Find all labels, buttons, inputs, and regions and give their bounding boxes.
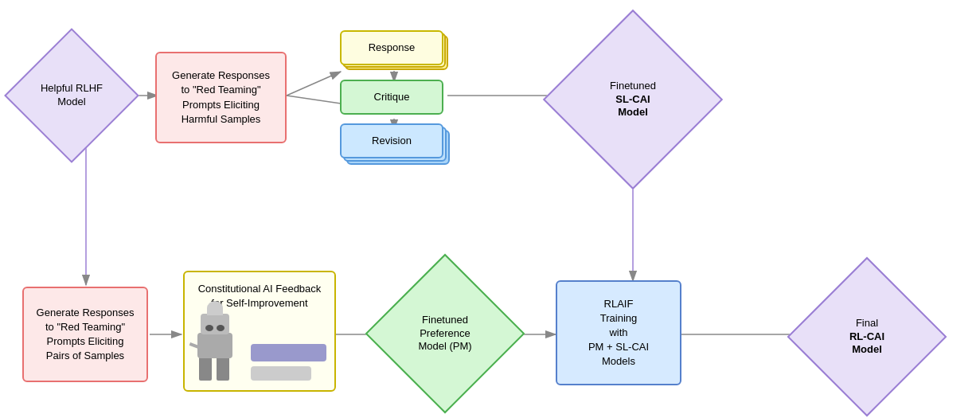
rlaif-training-label: RLAIFTrainingwithPM + SL-CAIModels	[588, 297, 649, 369]
svg-line-2	[287, 72, 341, 96]
generate-red-team-1-label: Generate Responsesto "Red Teaming"Prompt…	[172, 68, 270, 127]
generate-red-team-2-node: Generate Responsesto "Red Teaming"Prompt…	[22, 287, 148, 382]
main-diagram: Helpful RLHF Model Generate Responsesto …	[0, 0, 980, 418]
critique-label: Critique	[374, 90, 410, 104]
finetuned-pm-label: FinetunedPreferenceModel (PM)	[415, 311, 474, 357]
generate-red-team-1-node: Generate Responsesto "Red Teaming"Prompt…	[155, 52, 287, 143]
revision-label: Revision	[372, 134, 412, 148]
generate-red-team-2-label: Generate Responsesto "Red Teaming"Prompt…	[37, 306, 135, 364]
response-card: Response	[340, 30, 443, 65]
final-rlcai-label: FinalRL-CAIModel	[846, 314, 888, 361]
revision-card: Revision	[340, 123, 443, 158]
helpful-rlhf-label: Helpful RLHF Model	[24, 79, 119, 112]
critique-card: Critique	[340, 80, 443, 115]
finetuned-slcai-node: FinetunedSL-CAIModel	[569, 36, 697, 163]
finetuned-pm-node: FinetunedPreferenceModel (PM)	[388, 277, 502, 390]
final-rlcai-node: FinalRL-CAIModel	[810, 280, 923, 393]
svg-line-3	[287, 96, 341, 104]
rlaif-training-node: RLAIFTrainingwithPM + SL-CAIModels	[556, 280, 681, 385]
helpful-rlhf-node: Helpful RLHF Model	[24, 48, 119, 143]
robot-illustration	[193, 317, 244, 381]
constitutional-ai-node: Constitutional AI Feedbackfor Self-Impro…	[183, 271, 336, 392]
response-label: Response	[369, 41, 416, 55]
finetuned-slcai-label: FinetunedSL-CAIModel	[607, 76, 659, 123]
